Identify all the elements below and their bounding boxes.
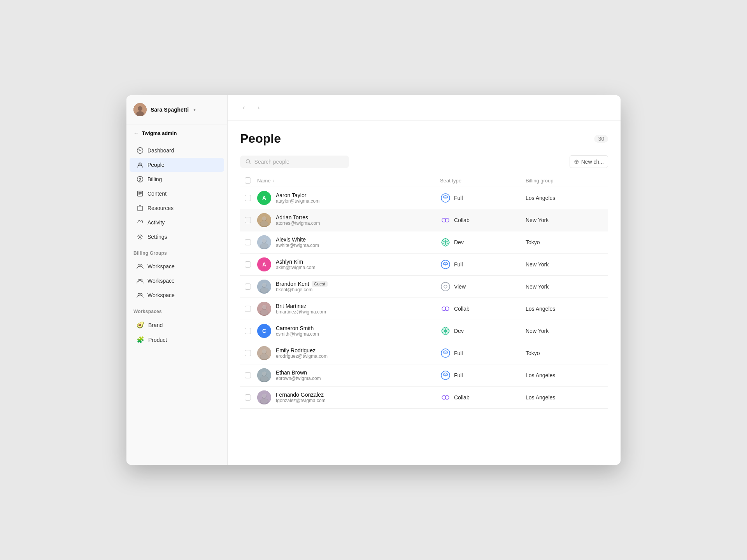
search-box[interactable] [240,156,349,168]
table-row[interactable]: Alexis White awhite@twigma.com Dev Tokyo [240,231,608,254]
person-name: Adrian Torres [276,214,320,220]
person-name: Ashlyn Kim [276,259,316,265]
sidebar-item-billing[interactable]: Billing [130,172,224,186]
row-checkbox[interactable] [245,328,257,334]
table-row[interactable]: A Ashlyn Kim akim@twigma.com Full New Yo… [240,254,608,276]
seat-type-cell: Full [440,192,526,203]
billing-group-cell: New York [526,217,603,223]
table-row[interactable]: Adrian Torres atorres@twigma.com Collab … [240,209,608,231]
person-cell: Brandon Kent Guest bkent@huge.com [257,280,440,294]
person-email: csmith@twigma.com [276,331,319,337]
row-checkbox[interactable] [245,261,257,268]
avatar [257,235,271,249]
avatar: A [257,191,271,205]
user-name: Sara Spaghetti [151,107,189,113]
sidebar-header[interactable]: Sara Spaghetti ▾ [126,95,227,124]
table-row[interactable]: Ethan Brown ebrown@twigma.com Full Los A… [240,364,608,387]
sidebar-item-dashboard[interactable]: Dashboard [130,144,224,158]
select-all-checkbox[interactable] [245,177,257,184]
sidebar-item-resources[interactable]: Resources [130,201,224,215]
row-checkbox[interactable] [245,217,257,223]
svg-point-43 [262,305,267,310]
person-email: ebrown@twigma.com [276,376,321,381]
person-email: awhite@twigma.com [276,243,319,248]
new-channel-button[interactable]: ⊕ New ch... [570,155,608,168]
seat-type-label: Full [454,195,463,201]
table-row[interactable]: A Aaron Taylor ataylor@twigma.com Full L… [240,187,608,209]
people-icon [137,161,144,168]
back-nav[interactable]: ← Twigma admin [126,124,227,142]
table-row[interactable]: Fernando Gonzalez fgonzalez@twigma.com C… [240,387,608,409]
avatar [257,390,271,404]
avatar [257,368,271,382]
billing-group-workspace-1[interactable]: Workspace [130,259,224,273]
svg-point-36 [262,283,267,287]
person-info: Alexis White awhite@twigma.com [276,236,319,248]
resources-label: Resources [147,205,174,211]
search-input[interactable] [254,159,344,165]
nav-section: Dashboard People Billing [126,142,227,246]
activity-label: Activity [147,219,165,226]
workspace-brand[interactable]: 🥑 Brand [130,318,224,332]
back-arrow[interactable]: ‹ [238,102,249,113]
workspace-3-label: Workspace [147,292,175,298]
svg-point-9 [138,265,140,267]
workspace-product[interactable]: 🧩 Product [130,332,224,347]
person-cell: A Aaron Taylor ataylor@twigma.com [257,191,440,205]
person-email: atorres@twigma.com [276,220,320,226]
seat-type-icon [440,281,451,292]
row-checkbox[interactable] [245,372,257,378]
person-name: Cameron Smith [276,325,319,331]
person-name: Brandon Kent Guest [276,281,328,287]
content-label: Content [147,191,167,197]
person-email: bmartinez@twigma.com [276,309,326,315]
svg-point-51 [262,350,267,354]
person-email: fgonzalez@twigma.com [276,398,326,403]
chevron-down-icon: ▾ [193,107,196,112]
row-checkbox[interactable] [245,394,257,401]
billing-group-cell: New York [526,261,603,268]
table-row[interactable]: Emily Rodriguez erodriguez@twigma.com Fu… [240,342,608,364]
search-icon [245,159,251,165]
seat-type-cell: Full [440,348,526,359]
sidebar-item-content[interactable]: Content [130,187,224,201]
row-checkbox[interactable] [245,350,257,356]
sidebar-item-people[interactable]: People [130,158,224,172]
person-cell: Brit Martinez bmartinez@twigma.com [257,302,440,316]
avatar [257,302,271,316]
svg-point-29 [260,243,268,248]
sidebar: Sara Spaghetti ▾ ← Twigma admin Dashboar… [126,95,228,465]
svg-point-8 [139,236,141,238]
forward-arrow[interactable]: › [253,102,264,113]
table-row[interactable]: C Cameron Smith csmith@twigma.com Dev Ne… [240,320,608,342]
billing-group-workspace-2[interactable]: Workspace [130,274,224,288]
seat-type-label: Collab [454,306,470,312]
person-info: Fernando Gonzalez fgonzalez@twigma.com [276,392,326,403]
person-cell: Emily Rodriguez erodriguez@twigma.com [257,346,440,360]
seat-type-cell: View [440,281,526,292]
sidebar-item-settings[interactable]: Settings [130,230,224,244]
seat-type-label: Full [454,372,463,378]
product-label: Product [148,337,167,343]
svg-point-12 [140,279,142,281]
table-row[interactable]: Brandon Kent Guest bkent@huge.com View N… [240,276,608,298]
seat-type-label: Collab [454,217,470,223]
avatar [257,346,271,360]
people-label: People [147,162,165,168]
billing-group-workspace-3[interactable]: Workspace [130,288,224,302]
row-checkbox[interactable] [245,284,257,290]
table-row[interactable]: Brit Martinez bmartinez@twigma.com Colla… [240,298,608,320]
seat-type-icon [440,215,451,226]
main-content: ‹ › People 30 ⊕ New [228,95,621,465]
row-checkbox[interactable] [245,195,257,201]
row-checkbox[interactable] [245,306,257,312]
person-cell: Ethan Brown ebrown@twigma.com [257,368,440,382]
settings-label: Settings [147,234,167,240]
row-checkbox[interactable] [245,239,257,245]
sidebar-item-activity[interactable]: Activity [130,215,224,229]
avatar: C [257,324,271,338]
svg-point-44 [260,310,268,315]
svg-point-22 [260,221,268,226]
seat-type-icon [440,303,451,314]
seat-type-label: Dev [454,328,464,334]
